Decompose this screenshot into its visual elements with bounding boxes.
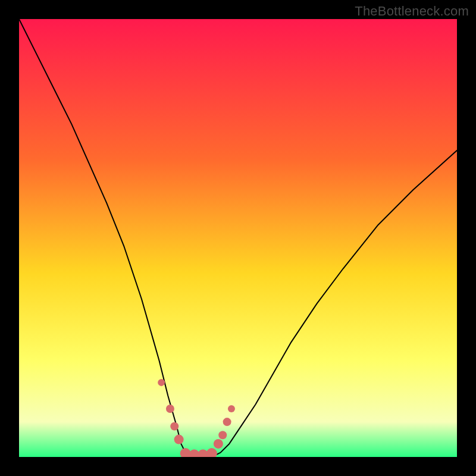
bottleneck-curve xyxy=(19,19,457,457)
curve-marker xyxy=(158,379,165,386)
curve-marker xyxy=(174,435,184,444)
curve-marker xyxy=(228,405,235,412)
chart-frame: TheBottleneck.com xyxy=(0,0,476,476)
curve-marker xyxy=(214,439,223,449)
watermark-text: TheBottleneck.com xyxy=(355,4,469,19)
curve-marker xyxy=(223,418,231,426)
plot-area xyxy=(19,19,457,457)
curve-marker xyxy=(170,422,178,430)
curve-marker xyxy=(206,448,217,457)
curve-marker xyxy=(218,431,227,439)
curve-layer xyxy=(19,19,457,457)
curve-marker xyxy=(166,405,174,413)
